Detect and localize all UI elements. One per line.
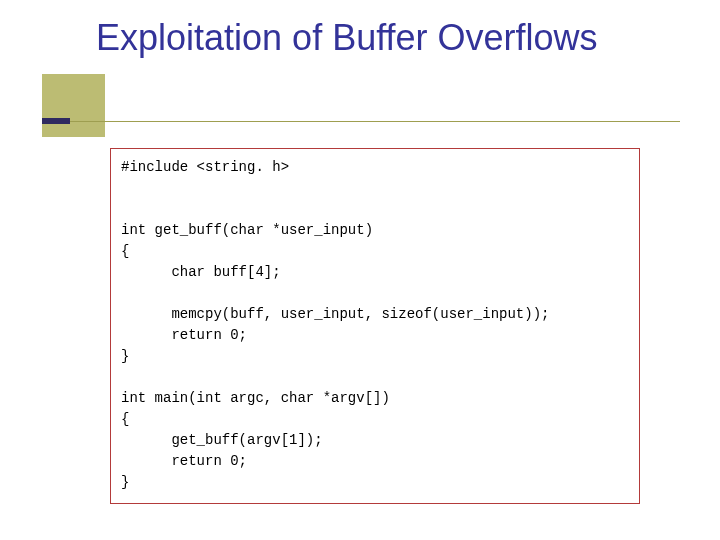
divider-line [70,121,680,122]
accent-notch [42,118,70,124]
accent-square [42,74,105,137]
slide: Exploitation of Buffer Overflows #includ… [0,0,720,540]
page-title: Exploitation of Buffer Overflows [96,18,598,58]
code-block: #include <string. h> int get_buff(char *… [110,148,640,504]
